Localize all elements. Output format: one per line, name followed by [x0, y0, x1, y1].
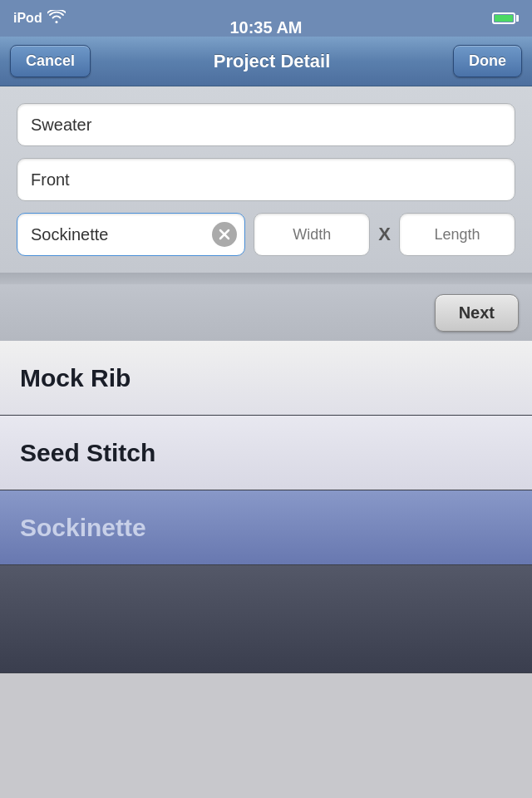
- done-button[interactable]: Done: [453, 45, 522, 77]
- page-title: Project Detail: [214, 51, 331, 72]
- piece-name-input[interactable]: [17, 158, 515, 201]
- status-bar: iPod 10:35 AM: [0, 0, 532, 37]
- status-time: 10:35 AM: [229, 18, 302, 37]
- battery-icon: [492, 12, 519, 24]
- picker-item-label: Seed Stitch: [20, 439, 155, 467]
- width-input[interactable]: [254, 213, 370, 256]
- section-divider: [0, 273, 532, 284]
- x-separator: X: [378, 224, 391, 245]
- picker-list: Mock Rib Seed Stitch Sockinette: [0, 341, 532, 673]
- stitch-input-wrap: [17, 213, 245, 256]
- picker-item-label: Mock Rib: [20, 364, 131, 392]
- nav-bar: Cancel Project Detail Done: [0, 37, 532, 86]
- cancel-button[interactable]: Cancel: [10, 45, 91, 77]
- next-row: Next: [0, 284, 532, 341]
- stitch-row: X: [17, 213, 515, 256]
- next-button[interactable]: Next: [435, 294, 519, 332]
- length-input[interactable]: [399, 213, 515, 256]
- device-label: iPod: [13, 11, 42, 26]
- picker-item-sockinette[interactable]: Sockinette: [0, 490, 532, 565]
- picker-item-label: Sockinette: [20, 514, 146, 542]
- picker-item-mock-rib[interactable]: Mock Rib: [0, 341, 532, 416]
- picker-item-empty: [0, 565, 532, 673]
- picker-item-seed-stitch[interactable]: Seed Stitch: [0, 416, 532, 490]
- stitch-input[interactable]: [17, 213, 245, 256]
- wifi-icon: [47, 10, 66, 27]
- picker-container: Mock Rib Seed Stitch Sockinette: [0, 341, 532, 673]
- form-area: X: [0, 86, 532, 273]
- project-name-input[interactable]: [17, 103, 515, 146]
